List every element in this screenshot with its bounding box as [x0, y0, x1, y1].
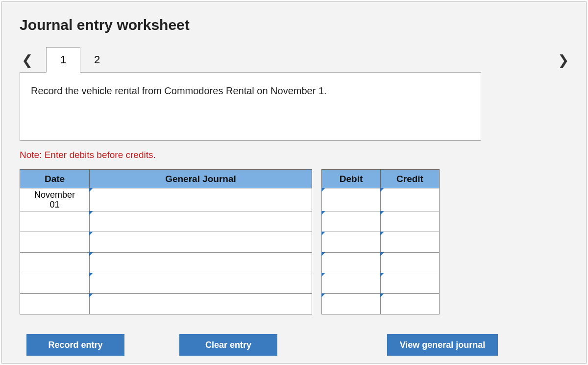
dropdown-hint-icon [380, 252, 384, 256]
date-cell[interactable] [20, 232, 90, 253]
gap-cell [312, 294, 322, 314]
general-journal-cell[interactable] [90, 211, 312, 232]
worksheet-panel: Journal entry worksheet ❮ 1 2 ❯ Record t… [1, 1, 587, 364]
table-row [20, 294, 442, 314]
gap-cell [312, 211, 322, 232]
gap-cell [312, 273, 322, 294]
table-row [20, 232, 442, 253]
credit-cell[interactable] [381, 188, 440, 211]
dropdown-hint-icon [380, 273, 384, 277]
dropdown-hint-icon [321, 188, 325, 192]
date-cell[interactable] [20, 253, 90, 273]
dropdown-hint-icon [380, 211, 384, 215]
header-general-journal: General Journal [90, 170, 312, 188]
pad-cell [440, 253, 442, 273]
button-row: Record entry Clear entry View general jo… [20, 334, 568, 356]
date-cell[interactable] [20, 273, 90, 294]
date-value: November01 [34, 190, 75, 209]
note-text: Note: Enter debits before credits. [20, 150, 568, 160]
pad-cell [440, 294, 442, 314]
general-journal-cell[interactable] [90, 253, 312, 273]
dropdown-hint-icon [89, 232, 93, 235]
dropdown-hint-icon [89, 293, 93, 297]
general-journal-cell[interactable] [90, 188, 312, 211]
pad-cell [440, 211, 442, 232]
credit-cell[interactable] [381, 211, 440, 232]
date-cell[interactable] [20, 211, 90, 232]
view-general-journal-label: View general journal [400, 340, 486, 350]
header-debit: Debit [322, 170, 381, 188]
chevron-right-icon[interactable]: ❯ [556, 52, 570, 68]
dropdown-hint-icon [380, 293, 384, 297]
general-journal-cell[interactable] [90, 232, 312, 253]
dropdown-hint-icon [89, 211, 93, 215]
dropdown-hint-icon [89, 188, 93, 192]
debit-cell[interactable] [322, 253, 381, 273]
header-gap [312, 170, 322, 188]
table-row [20, 253, 442, 273]
header-date: Date [20, 170, 90, 188]
debit-cell[interactable] [322, 294, 381, 314]
credit-cell[interactable] [381, 232, 440, 253]
credit-cell[interactable] [381, 294, 440, 314]
pad-cell [440, 188, 442, 211]
clear-entry-button[interactable]: Clear entry [179, 334, 277, 356]
dropdown-hint-icon [89, 252, 93, 256]
tab-2-label: 2 [94, 53, 100, 66]
tab-1[interactable]: 1 [46, 47, 80, 73]
header-pad [440, 170, 442, 188]
dropdown-hint-icon [380, 232, 384, 235]
debit-cell[interactable] [322, 232, 381, 253]
debit-cell[interactable] [322, 273, 381, 294]
dropdown-hint-icon [321, 293, 325, 297]
table-row [20, 211, 442, 232]
debit-cell[interactable] [322, 188, 381, 211]
table-row [20, 273, 442, 294]
gap-cell [312, 232, 322, 253]
header-credit: Credit [381, 170, 440, 188]
general-journal-cell[interactable] [90, 273, 312, 294]
tab-1-label: 1 [60, 53, 66, 66]
table-row: November01 [20, 188, 442, 211]
general-journal-cell[interactable] [90, 294, 312, 314]
pad-cell [440, 232, 442, 253]
prompt-box: Record the vehicle rental from Commodore… [20, 72, 481, 141]
chevron-left-icon[interactable]: ❮ [20, 52, 34, 68]
tab-row: ❮ 1 2 ❯ [20, 47, 568, 73]
record-entry-button[interactable]: Record entry [26, 334, 124, 356]
dropdown-hint-icon [321, 232, 325, 235]
credit-cell[interactable] [381, 253, 440, 273]
prompt-text: Record the vehicle rental from Commodore… [31, 85, 327, 96]
dropdown-hint-icon [321, 252, 325, 256]
pad-cell [440, 273, 442, 294]
date-cell[interactable] [20, 294, 90, 314]
record-entry-label: Record entry [48, 340, 102, 350]
view-general-journal-button[interactable]: View general journal [387, 334, 498, 356]
gap-cell [312, 253, 322, 273]
date-cell[interactable]: November01 [20, 188, 90, 211]
credit-cell[interactable] [381, 273, 440, 294]
clear-entry-label: Clear entry [205, 340, 251, 350]
dropdown-hint-icon [380, 188, 384, 192]
tab-2[interactable]: 2 [94, 53, 100, 66]
dropdown-hint-icon [89, 273, 93, 277]
journal-table: Date General Journal Debit Credit Novemb… [20, 169, 442, 314]
gap-cell [312, 188, 322, 211]
debit-cell[interactable] [322, 211, 381, 232]
page-title: Journal entry worksheet [20, 17, 568, 33]
dropdown-hint-icon [321, 273, 325, 277]
dropdown-hint-icon [321, 211, 325, 215]
